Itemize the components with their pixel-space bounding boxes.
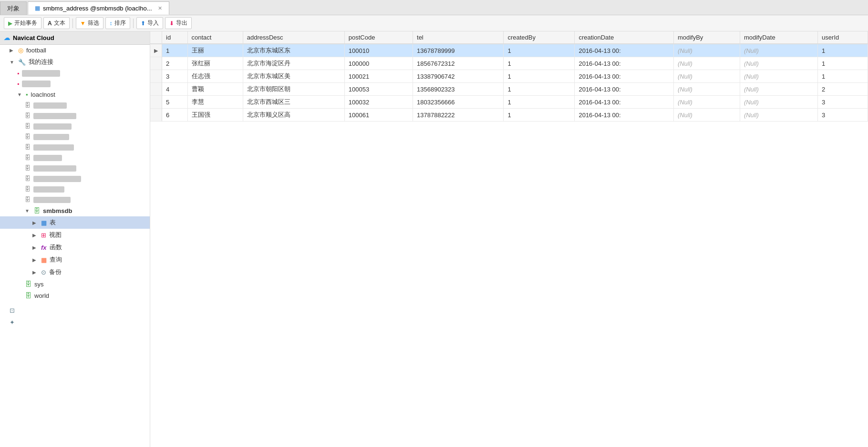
cell-tel: 18567672312: [413, 57, 504, 70]
row-indicator: [150, 96, 162, 109]
cell-modifyBy: (Null): [673, 57, 740, 70]
begin-transaction-button[interactable]: ▶ 开始事务: [4, 17, 41, 29]
export-icon: ⬇: [169, 20, 174, 27]
sort-button[interactable]: ↕ 排序: [105, 17, 130, 29]
chevron-right-icon: ▶: [10, 48, 15, 53]
world-label: world: [34, 292, 49, 299]
sidebar-item-views[interactable]: ▶ ⊞ 视图: [0, 229, 150, 241]
cell-userId: 2: [818, 83, 868, 96]
cell-createdBy: 1: [504, 57, 575, 70]
cell-modifyBy: (Null): [673, 83, 740, 96]
sidebar-item-queries[interactable]: ▶ ▦ 查询: [0, 254, 150, 266]
sidebar-item-db2[interactable]: 🗄: [0, 111, 150, 121]
tab-close-icon[interactable]: ✕: [158, 5, 162, 11]
cell-tel: 13568902323: [413, 83, 504, 96]
sidebar-item-functions[interactable]: ▶ fx 函数: [0, 241, 150, 254]
sidebar-item-db10[interactable]: 🗄: [0, 194, 150, 205]
cell-contact: 张红丽: [187, 57, 243, 70]
table-row[interactable]: 5李慧北京市西城区三1000321803235666612016-04-13 0…: [150, 96, 868, 109]
col-contact[interactable]: contact: [187, 31, 243, 44]
export-button[interactable]: ⬇ 导出: [165, 17, 192, 29]
col-tel[interactable]: tel: [413, 31, 504, 44]
cell-addressDesc: 北京市东城区东: [243, 44, 344, 57]
table-row[interactable]: 4曹颖北京市朝阳区朝1000531356890232312016-04-13 0…: [150, 83, 868, 96]
sidebar-item-my-connections[interactable]: ▼ 🔧 我的连接: [0, 56, 150, 68]
sidebar-item-conn1[interactable]: ▪: [0, 68, 150, 79]
col-creationDate[interactable]: creationDate: [575, 31, 673, 44]
sidebar-item-sys[interactable]: 🗄 sys: [0, 278, 150, 290]
cell-contact: 曹颖: [187, 83, 243, 96]
football-icon: ◎: [18, 47, 23, 54]
db4-icon: 🗄: [25, 133, 31, 140]
table-row[interactable]: 6王国强北京市顺义区高1000611378788222212016-04-13 …: [150, 109, 868, 122]
tab-objects[interactable]: 对象: [0, 1, 27, 15]
cell-modifyDate: (Null): [740, 70, 817, 83]
col-modifyBy[interactable]: modifyBy: [673, 31, 740, 44]
cell-createdBy: 1: [504, 109, 575, 122]
col-postCode[interactable]: postCode: [344, 31, 413, 44]
sidebar-item-db4[interactable]: 🗄: [0, 132, 150, 142]
smbmsdb-icon: 🗄: [33, 207, 40, 214]
tab-bar: 对象 ▦ smbms_address @smbmsdb (loaclho... …: [0, 0, 868, 15]
tab-table-label: smbms_address @smbmsdb (loaclho...: [43, 5, 152, 12]
begin-transaction-label: 开始事务: [14, 19, 37, 27]
col-userId[interactable]: userId: [818, 31, 868, 44]
cell-creationDate: 2016-04-13 00:: [575, 96, 673, 109]
sidebar-item-db6[interactable]: 🗄: [0, 152, 150, 163]
cell-creationDate: 2016-04-13 00:: [575, 44, 673, 57]
cell-postCode: 100032: [344, 96, 413, 109]
import-button[interactable]: ⬆ 导入: [136, 17, 163, 29]
db3-label: [33, 123, 72, 130]
sidebar-item-conn2[interactable]: ▪: [0, 79, 150, 89]
conn2-label: [22, 81, 51, 87]
db10-label: [33, 197, 71, 203]
table-row[interactable]: ▶1王丽北京市东城区东1000101367878999912016-04-13 …: [150, 44, 868, 57]
sidebar-bottom-icon-1[interactable]: ⊡: [0, 305, 150, 316]
sidebar-item-db9[interactable]: 🗄: [0, 184, 150, 194]
db7-icon: 🗄: [25, 165, 31, 172]
row-indicator: [150, 109, 162, 122]
chevron-right-views: ▶: [32, 233, 38, 238]
backup-icon: ⊙: [41, 269, 46, 276]
col-modifyDate[interactable]: modifyDate: [740, 31, 817, 44]
sidebar-item-world[interactable]: 🗄 world: [0, 290, 150, 301]
football-label: football: [26, 47, 46, 54]
sidebar-item-backup[interactable]: ▶ ⊙ 备份: [0, 266, 150, 278]
sidebar-item-loaclnost[interactable]: ▼ ▪ loaclnost: [0, 89, 150, 100]
cell-modifyBy: (Null): [673, 96, 740, 109]
cell-addressDesc: 北京市海淀区丹: [243, 57, 344, 70]
db2-label: [33, 113, 76, 119]
col-id[interactable]: id: [162, 31, 188, 44]
cell-addressDesc: 北京市西城区三: [243, 96, 344, 109]
sidebar-item-db1[interactable]: 🗄: [0, 100, 150, 111]
db6-icon: 🗄: [25, 154, 31, 161]
cell-contact: 任志强: [187, 70, 243, 83]
table-tab-icon: ▦: [35, 5, 40, 11]
col-createdBy[interactable]: createdBy: [504, 31, 575, 44]
tab-table[interactable]: ▦ smbms_address @smbmsdb (loaclho... ✕: [28, 1, 169, 15]
cell-creationDate: 2016-04-13 00:: [575, 70, 673, 83]
table-area: id contact addressDesc postCode tel crea…: [150, 31, 868, 447]
sidebar-item-db7[interactable]: 🗄: [0, 163, 150, 173]
cell-contact: 王丽: [187, 44, 243, 57]
text-button[interactable]: A 文本: [43, 17, 70, 29]
sidebar-item-smbmsdb[interactable]: ▼ 🗄 smbmsdb: [0, 205, 150, 216]
db3-icon: 🗄: [25, 123, 31, 130]
sidebar-bottom-icon-2[interactable]: ✦: [0, 317, 150, 328]
chevron-right-tables: ▶: [32, 220, 38, 225]
col-addressDesc[interactable]: addressDesc: [243, 31, 344, 44]
sidebar-item-football[interactable]: ▶ ◎ football: [0, 45, 150, 56]
table-row[interactable]: 3任志强北京市东城区美1000211338790674212016-04-13 …: [150, 70, 868, 83]
begin-transaction-icon: ▶: [8, 20, 12, 27]
data-table: id contact addressDesc postCode tel crea…: [150, 31, 868, 122]
sidebar-item-db5[interactable]: 🗄: [0, 142, 150, 152]
db5-label: [33, 144, 74, 151]
filter-button[interactable]: ▼ 筛选: [76, 17, 103, 29]
server-green-icon: ▪: [26, 91, 28, 98]
chevron-right-backup: ▶: [32, 270, 38, 275]
table-row[interactable]: 2张红丽北京市海淀区丹1000001856767231212016-04-13 …: [150, 57, 868, 70]
sidebar-item-tables[interactable]: ▶ ▦ 表: [0, 216, 150, 229]
cell-modifyBy: (Null): [673, 44, 740, 57]
sidebar-item-db8[interactable]: 🗄: [0, 173, 150, 184]
sidebar-item-db3[interactable]: 🗄: [0, 121, 150, 132]
